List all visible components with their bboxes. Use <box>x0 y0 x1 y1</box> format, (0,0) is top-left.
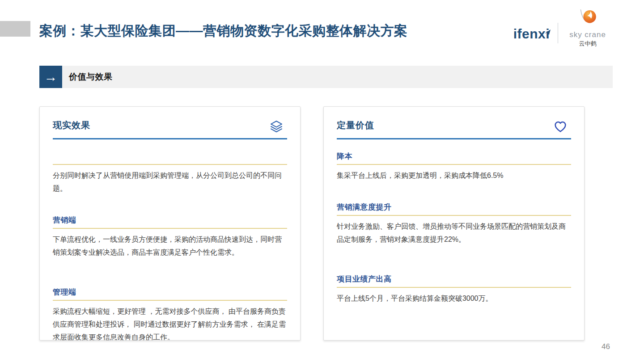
card-title: 现实效果 <box>53 119 90 131</box>
section-text: 分别同时解决了从营销使用端到采购管理端，从分公司到总公司的不同问题。 <box>53 169 287 195</box>
card-section: 降本 集采平台上线后，采购更加透明，采购成本降低6.5% <box>337 152 571 182</box>
decorative-gray-block <box>0 21 30 37</box>
card-title-row: 现实效果 <box>53 107 287 134</box>
section-divider <box>53 300 287 301</box>
section-divider <box>337 215 571 216</box>
arrow-right-icon: → <box>39 66 62 88</box>
logo-area: ifenxi sky crane 云中鹤 <box>513 8 610 48</box>
section-text: 集采平台上线后，采购更加透明，采购成本降低6.5% <box>337 169 571 182</box>
card-title-underline <box>53 138 287 139</box>
skycrane-logo: sky crane 云中鹤 <box>565 8 610 48</box>
card-section: 营销端 下单流程优化，一线业务员方便便捷，采购的活动商品快速到达，同时营销策划案… <box>53 215 287 259</box>
card-section: 营销满意度提升 针对业务激励、客户回馈、增员推动等不同业务场景匹配的营销策划及商… <box>337 202 571 246</box>
section-text: 平台上线5个月，平台采购结算金额突破3000万。 <box>337 292 571 305</box>
layers-icon <box>269 119 284 134</box>
card-section: 管理端 采购流程大幅缩短，更好管理 ，无需对接多个供应商， 由平台服务商负责供应… <box>53 287 287 341</box>
section-heading: 营销端 <box>53 215 287 225</box>
heart-icon <box>553 119 568 134</box>
card-quantitative-value: 定量价值 降本 集采平台上线后，采购更加透明，采购成本降低6.5% 营销满意度提… <box>323 106 585 341</box>
skycrane-flame-icon <box>578 8 597 29</box>
page-number: 46 <box>602 342 610 351</box>
section-header-bar: → 价值与效果 <box>39 66 613 88</box>
card-section: 项目业绩产出高 平台上线5个月，平台采购结算金额突破3000万。 <box>337 274 571 305</box>
section-divider <box>337 164 571 165</box>
section-divider <box>337 287 571 288</box>
section-heading: 项目业绩产出高 <box>337 274 571 284</box>
section-divider <box>53 228 287 229</box>
section-text: 采购流程大幅缩短，更好管理 ，无需对接多个供应商， 由平台服务商负责供应商管理和… <box>53 305 287 341</box>
cards-row: 现实效果 分别同时解决了从营销使用端到采购管理端，从分公司到总公司的不同问题。 … <box>39 106 585 341</box>
card-title-row: 定量价值 <box>337 107 571 134</box>
section-text: 针对业务激励、客户回馈、增员推动等不同业务场景匹配的营销策划及商品定制服务，营销… <box>337 220 571 246</box>
logo-divider <box>558 23 558 43</box>
section-heading <box>53 152 287 161</box>
section-heading: 管理端 <box>53 287 287 297</box>
skycrane-logo-text-cn: 云中鹤 <box>579 40 597 48</box>
card-section: 分别同时解决了从营销使用端到采购管理端，从分公司到总公司的不同问题。 <box>53 152 287 195</box>
section-divider <box>53 164 287 165</box>
section-heading: 降本 <box>337 152 571 161</box>
page-title: 案例：某大型保险集团——营销物资数字化采购整体解决方案 <box>39 22 408 39</box>
card-actual-effects: 现实效果 分别同时解决了从营销使用端到采购管理端，从分公司到总公司的不同问题。 … <box>39 106 301 341</box>
section-header-label: 价值与效果 <box>69 71 113 83</box>
ifenxi-arrow-icon <box>544 24 552 39</box>
card-title: 定量价值 <box>337 119 374 131</box>
section-heading: 营销满意度提升 <box>337 202 571 212</box>
ifenxi-logo: ifenxi <box>513 26 550 42</box>
section-text: 下单流程优化，一线业务员方便便捷，采购的活动商品快速到达，同时营销策划案专业解决… <box>53 233 287 259</box>
card-title-underline <box>337 138 571 139</box>
skycrane-logo-text-en: sky crane <box>569 30 606 39</box>
